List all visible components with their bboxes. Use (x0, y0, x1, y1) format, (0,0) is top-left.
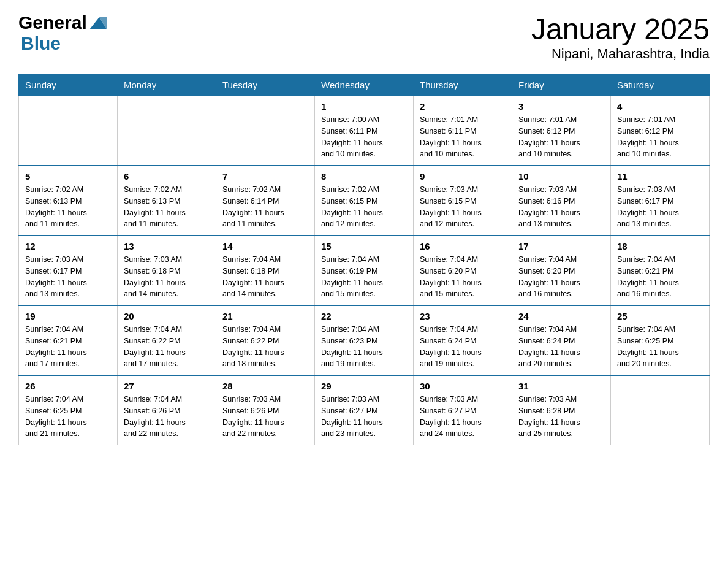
calendar-cell: 23Sunrise: 7:04 AM Sunset: 6:24 PM Dayli… (414, 305, 512, 375)
day-number: 29 (321, 381, 407, 391)
day-info: Sunrise: 7:04 AM Sunset: 6:19 PM Dayligh… (321, 254, 407, 300)
day-info: Sunrise: 7:02 AM Sunset: 6:13 PM Dayligh… (25, 184, 111, 230)
calendar-day-header: Wednesday (315, 75, 414, 96)
calendar-cell: 31Sunrise: 7:03 AM Sunset: 6:28 PM Dayli… (512, 375, 611, 445)
calendar-week-row: 12Sunrise: 7:03 AM Sunset: 6:17 PM Dayli… (19, 236, 710, 305)
day-info: Sunrise: 7:03 AM Sunset: 6:27 PM Dayligh… (420, 394, 506, 440)
day-info: Sunrise: 7:02 AM Sunset: 6:15 PM Dayligh… (321, 184, 407, 230)
day-number: 25 (617, 311, 703, 321)
calendar-cell: 26Sunrise: 7:04 AM Sunset: 6:25 PM Dayli… (19, 375, 118, 445)
calendar-cell: 20Sunrise: 7:04 AM Sunset: 6:22 PM Dayli… (118, 305, 216, 375)
calendar-day-header: Monday (118, 75, 216, 96)
day-info: Sunrise: 7:04 AM Sunset: 6:24 PM Dayligh… (518, 324, 604, 370)
logo-triangle-icon (88, 15, 108, 31)
calendar-cell: 6Sunrise: 7:02 AM Sunset: 6:13 PM Daylig… (118, 166, 216, 236)
calendar-cell: 30Sunrise: 7:03 AM Sunset: 6:27 PM Dayli… (414, 375, 512, 445)
day-info: Sunrise: 7:01 AM Sunset: 6:11 PM Dayligh… (420, 114, 506, 160)
day-info: Sunrise: 7:04 AM Sunset: 6:25 PM Dayligh… (617, 324, 703, 370)
logo: General Blue (18, 12, 109, 54)
day-info: Sunrise: 7:02 AM Sunset: 6:13 PM Dayligh… (124, 184, 210, 230)
calendar-cell (118, 96, 216, 166)
calendar-cell: 24Sunrise: 7:04 AM Sunset: 6:24 PM Dayli… (512, 305, 611, 375)
day-number: 24 (518, 311, 604, 321)
logo-general-text: General (18, 12, 87, 33)
day-number: 21 (222, 311, 308, 321)
calendar-cell: 18Sunrise: 7:04 AM Sunset: 6:21 PM Dayli… (611, 236, 710, 305)
day-number: 3 (518, 101, 604, 112)
day-info: Sunrise: 7:03 AM Sunset: 6:27 PM Dayligh… (321, 394, 407, 440)
day-number: 19 (25, 311, 111, 321)
calendar-cell: 4Sunrise: 7:01 AM Sunset: 6:12 PM Daylig… (611, 96, 710, 166)
day-number: 18 (617, 241, 703, 251)
day-number: 17 (518, 241, 604, 251)
day-number: 8 (321, 171, 407, 182)
day-info: Sunrise: 7:03 AM Sunset: 6:18 PM Dayligh… (124, 254, 210, 300)
calendar-cell: 28Sunrise: 7:03 AM Sunset: 6:26 PM Dayli… (216, 375, 315, 445)
calendar-cell: 7Sunrise: 7:02 AM Sunset: 6:14 PM Daylig… (216, 166, 315, 236)
calendar-cell: 9Sunrise: 7:03 AM Sunset: 6:15 PM Daylig… (414, 166, 512, 236)
logo-blue-text: Blue (21, 33, 61, 53)
day-number: 22 (321, 311, 407, 321)
calendar-week-row: 19Sunrise: 7:04 AM Sunset: 6:21 PM Dayli… (19, 305, 710, 375)
calendar-table: SundayMondayTuesdayWednesdayThursdayFrid… (18, 74, 710, 445)
title-block: January 2025 Nipani, Maharashtra, India (531, 12, 710, 62)
calendar-day-header: Thursday (414, 75, 512, 96)
day-info: Sunrise: 7:04 AM Sunset: 6:26 PM Dayligh… (124, 394, 210, 440)
day-number: 30 (420, 381, 506, 391)
calendar-cell: 11Sunrise: 7:03 AM Sunset: 6:17 PM Dayli… (611, 166, 710, 236)
day-info: Sunrise: 7:04 AM Sunset: 6:21 PM Dayligh… (617, 254, 703, 300)
day-info: Sunrise: 7:00 AM Sunset: 6:11 PM Dayligh… (321, 114, 407, 160)
day-info: Sunrise: 7:04 AM Sunset: 6:25 PM Dayligh… (25, 394, 111, 440)
day-info: Sunrise: 7:02 AM Sunset: 6:14 PM Dayligh… (222, 184, 308, 230)
calendar-cell: 13Sunrise: 7:03 AM Sunset: 6:18 PM Dayli… (118, 236, 216, 305)
calendar-cell: 29Sunrise: 7:03 AM Sunset: 6:27 PM Dayli… (315, 375, 414, 445)
day-number: 27 (124, 381, 210, 391)
calendar-week-row: 26Sunrise: 7:04 AM Sunset: 6:25 PM Dayli… (19, 375, 710, 445)
day-number: 12 (25, 241, 111, 251)
calendar-cell: 3Sunrise: 7:01 AM Sunset: 6:12 PM Daylig… (512, 96, 611, 166)
day-info: Sunrise: 7:03 AM Sunset: 6:26 PM Dayligh… (222, 394, 308, 440)
day-info: Sunrise: 7:03 AM Sunset: 6:16 PM Dayligh… (518, 184, 604, 230)
calendar-cell: 5Sunrise: 7:02 AM Sunset: 6:13 PM Daylig… (19, 166, 118, 236)
calendar-week-row: 5Sunrise: 7:02 AM Sunset: 6:13 PM Daylig… (19, 166, 710, 236)
day-number: 20 (124, 311, 210, 321)
calendar-cell: 16Sunrise: 7:04 AM Sunset: 6:20 PM Dayli… (414, 236, 512, 305)
calendar-day-header: Sunday (19, 75, 118, 96)
calendar-week-row: 1Sunrise: 7:00 AM Sunset: 6:11 PM Daylig… (19, 96, 710, 166)
day-number: 23 (420, 311, 506, 321)
day-number: 16 (420, 241, 506, 251)
calendar-cell (611, 375, 710, 445)
day-number: 31 (518, 381, 604, 391)
calendar-cell: 17Sunrise: 7:04 AM Sunset: 6:20 PM Dayli… (512, 236, 611, 305)
calendar-cell: 10Sunrise: 7:03 AM Sunset: 6:16 PM Dayli… (512, 166, 611, 236)
calendar-day-header: Friday (512, 75, 611, 96)
day-number: 13 (124, 241, 210, 251)
day-info: Sunrise: 7:03 AM Sunset: 6:28 PM Dayligh… (518, 394, 604, 440)
calendar-cell: 15Sunrise: 7:04 AM Sunset: 6:19 PM Dayli… (315, 236, 414, 305)
calendar-subtitle: Nipani, Maharashtra, India (531, 46, 710, 62)
calendar-header-row: SundayMondayTuesdayWednesdayThursdayFrid… (19, 75, 710, 96)
day-info: Sunrise: 7:04 AM Sunset: 6:22 PM Dayligh… (222, 324, 308, 370)
day-number: 2 (420, 101, 506, 112)
day-number: 26 (25, 381, 111, 391)
day-number: 1 (321, 101, 407, 112)
calendar-cell: 8Sunrise: 7:02 AM Sunset: 6:15 PM Daylig… (315, 166, 414, 236)
day-info: Sunrise: 7:04 AM Sunset: 6:20 PM Dayligh… (518, 254, 604, 300)
day-number: 9 (420, 171, 506, 182)
calendar-cell: 22Sunrise: 7:04 AM Sunset: 6:23 PM Dayli… (315, 305, 414, 375)
calendar-cell (216, 96, 315, 166)
day-number: 4 (617, 101, 703, 112)
calendar-cell: 1Sunrise: 7:00 AM Sunset: 6:11 PM Daylig… (315, 96, 414, 166)
calendar-day-header: Tuesday (216, 75, 315, 96)
day-info: Sunrise: 7:04 AM Sunset: 6:20 PM Dayligh… (420, 254, 506, 300)
day-info: Sunrise: 7:03 AM Sunset: 6:15 PM Dayligh… (420, 184, 506, 230)
day-info: Sunrise: 7:01 AM Sunset: 6:12 PM Dayligh… (518, 114, 604, 160)
day-number: 7 (222, 171, 308, 182)
day-info: Sunrise: 7:04 AM Sunset: 6:22 PM Dayligh… (124, 324, 210, 370)
calendar-cell: 12Sunrise: 7:03 AM Sunset: 6:17 PM Dayli… (19, 236, 118, 305)
calendar-cell: 21Sunrise: 7:04 AM Sunset: 6:22 PM Dayli… (216, 305, 315, 375)
day-info: Sunrise: 7:03 AM Sunset: 6:17 PM Dayligh… (25, 254, 111, 300)
day-number: 5 (25, 171, 111, 182)
calendar-cell: 14Sunrise: 7:04 AM Sunset: 6:18 PM Dayli… (216, 236, 315, 305)
day-info: Sunrise: 7:04 AM Sunset: 6:18 PM Dayligh… (222, 254, 308, 300)
